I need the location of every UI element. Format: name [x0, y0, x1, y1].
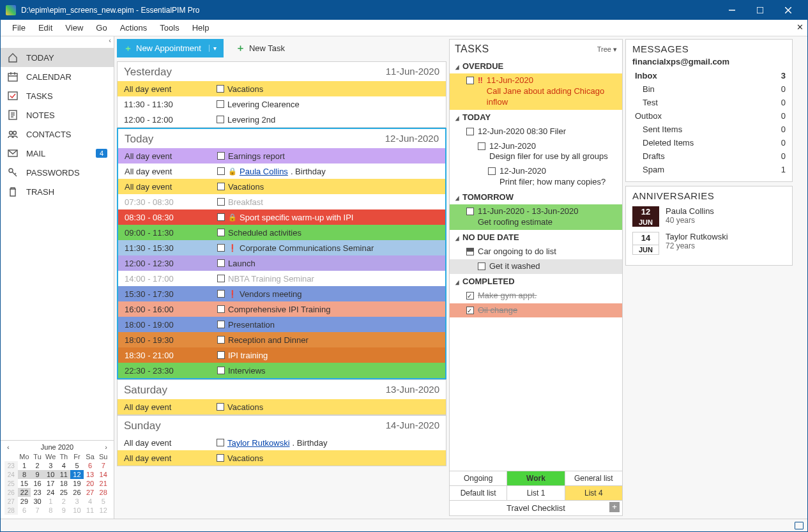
event-row[interactable]: 12:00 - 12:00Levering 2nd — [118, 112, 446, 127]
mini-cal-day[interactable]: 12 — [70, 470, 84, 479]
mini-cal-day[interactable]: 28 — [96, 488, 110, 497]
task-group-header[interactable]: TODAY — [450, 110, 622, 125]
mail-folder[interactable]: Sent Items0 — [632, 123, 786, 136]
event-row[interactable]: 14:00 - 17:00NBTA Training Seminar — [118, 271, 445, 286]
mini-cal-day[interactable]: 23 — [31, 488, 44, 497]
nav-calendar[interactable]: CALENDAR — [1, 67, 114, 86]
mini-cal-day[interactable]: 10 — [44, 470, 57, 479]
mini-cal-day[interactable]: 16 — [31, 479, 44, 488]
event-row[interactable]: 09:00 - 11:30Scheduled activities — [118, 225, 445, 240]
event-row[interactable]: 18:00 - 19:30Reception and Dinner — [118, 332, 445, 347]
task-checkbox[interactable] — [466, 248, 474, 255]
nav-trash[interactable]: TRASH — [1, 182, 114, 201]
event-checkbox[interactable] — [214, 321, 228, 328]
menu-view[interactable]: View — [59, 20, 89, 35]
mini-cal-day[interactable]: 7 — [31, 506, 44, 515]
next-month-button[interactable]: › — [102, 443, 110, 451]
task-checkbox[interactable] — [488, 167, 496, 175]
event-row[interactable]: 16:00 - 16:00Comprehensive IPI Training — [118, 301, 445, 317]
event-checkbox[interactable] — [213, 403, 227, 411]
mail-folder[interactable]: Bin0 — [632, 82, 786, 96]
mini-cal-day[interactable]: 6 — [84, 461, 97, 470]
status-icon[interactable] — [795, 522, 804, 529]
task-group-header[interactable]: TOMORROW — [450, 190, 622, 204]
mini-cal-day[interactable]: 1 — [44, 497, 57, 506]
event-row[interactable]: 12:00 - 12:30Launch — [118, 255, 445, 271]
mail-folder[interactable]: Outbox0 — [632, 109, 786, 123]
event-checkbox[interactable] — [213, 116, 227, 123]
event-checkbox[interactable] — [214, 213, 228, 221]
anniversary-row[interactable]: 12JUNPaula Collins40 years — [632, 206, 786, 227]
mini-cal-day[interactable]: 27 — [84, 488, 97, 497]
mini-cal-day[interactable]: 20 — [84, 479, 97, 488]
event-row[interactable]: 22:30 - 23:30Interviews — [118, 363, 445, 378]
mini-cal-day[interactable]: 11 — [84, 506, 97, 515]
mini-cal-day[interactable]: 4 — [84, 497, 97, 506]
mini-cal-day[interactable]: 18 — [57, 479, 71, 488]
event-checkbox[interactable] — [214, 367, 228, 374]
task-row[interactable]: Car ongoing to do list — [450, 245, 622, 259]
task-row[interactable]: ‼ 11-Jun-2020Call Jane about adding Chic… — [450, 73, 622, 110]
event-row[interactable]: All day event🔒 Paula Collins. Birthday — [118, 163, 445, 179]
task-tab[interactable]: List 1 — [507, 485, 564, 500]
task-tab-travel[interactable]: Travel Checklist + — [450, 500, 622, 515]
menu-go[interactable]: Go — [89, 20, 113, 35]
mini-cal-day[interactable]: 10 — [70, 506, 84, 515]
mini-cal-day[interactable]: 13 — [84, 470, 97, 479]
task-group-header[interactable]: COMPLETED — [450, 274, 622, 289]
nav-passwords[interactable]: PASSWORDS — [1, 163, 114, 182]
prev-month-button[interactable]: ‹ — [4, 443, 12, 451]
menu-file[interactable]: File — [6, 20, 32, 35]
task-checkbox[interactable] — [478, 262, 485, 270]
event-row[interactable]: All day eventVacations — [118, 179, 445, 194]
event-checkbox[interactable] — [214, 198, 228, 206]
mail-folder[interactable]: Test0 — [632, 96, 786, 109]
menu-help[interactable]: Help — [186, 20, 216, 35]
add-list-button[interactable]: + — [609, 502, 620, 512]
task-checkbox[interactable] — [466, 77, 474, 84]
event-checkbox[interactable] — [214, 259, 228, 267]
nav-tasks[interactable]: TASKS — [1, 86, 114, 105]
mail-folder[interactable]: Inbox3 — [632, 69, 786, 82]
event-checkbox[interactable] — [214, 244, 228, 252]
mini-cal-day[interactable]: 5 — [96, 497, 110, 506]
event-checkbox[interactable] — [213, 439, 227, 446]
maximize-button[interactable] — [746, 1, 774, 20]
event-row[interactable]: All day eventTaylor Rutkowski. Birthday — [118, 435, 446, 450]
event-row[interactable]: 15:30 - 17:30❗ Vendors meeting — [118, 286, 445, 301]
task-row[interactable]: Make gym appt. — [450, 289, 622, 303]
event-row[interactable]: 07:30 - 08:30Breakfast — [118, 194, 445, 209]
event-checkbox[interactable] — [214, 152, 228, 160]
anniversary-row[interactable]: 14JUNTaylor Rutkowski72 years — [632, 232, 786, 254]
tab-close-icon[interactable]: ✕ — [797, 22, 804, 32]
event-row[interactable]: All day eventVacations — [118, 450, 446, 466]
nav-notes[interactable]: NOTES — [1, 105, 114, 125]
mini-cal-day[interactable]: 21 — [96, 479, 110, 488]
mini-cal-day[interactable]: 5 — [70, 461, 84, 470]
menu-actions[interactable]: Actions — [114, 20, 154, 35]
messages-account[interactable]: financialxps@gmail.com — [632, 57, 786, 66]
minimize-button[interactable] — [718, 1, 746, 20]
mini-cal-day[interactable]: 3 — [70, 497, 84, 506]
task-checkbox[interactable] — [466, 208, 474, 215]
mini-cal-day[interactable]: 17 — [44, 479, 57, 488]
task-row[interactable]: Oil change — [450, 303, 622, 318]
event-checkbox[interactable] — [214, 275, 228, 282]
task-checkbox[interactable] — [466, 128, 474, 135]
task-group-header[interactable]: NO DUE DATE — [450, 230, 622, 245]
mail-folder[interactable]: Spam1 — [632, 163, 786, 176]
mini-cal-day[interactable]: 25 — [57, 488, 71, 497]
mini-cal-day[interactable]: 26 — [70, 488, 84, 497]
event-row[interactable]: All day eventVacations — [118, 81, 446, 96]
new-task-button[interactable]: ＋ New Task — [229, 39, 292, 57]
mini-cal-day[interactable]: 7 — [96, 461, 110, 470]
event-checkbox[interactable] — [214, 290, 228, 298]
mail-folder[interactable]: Deleted Items0 — [632, 136, 786, 149]
mini-cal-day[interactable]: 30 — [31, 497, 44, 506]
task-checkbox[interactable] — [466, 307, 474, 314]
event-row[interactable]: 11:30 - 15:30❗ Corporate Communications … — [118, 240, 445, 255]
mini-cal-day[interactable]: 3 — [44, 461, 57, 470]
mini-cal-day[interactable]: 14 — [96, 470, 110, 479]
nav-mail[interactable]: MAIL4 — [1, 144, 114, 163]
menu-edit[interactable]: Edit — [32, 20, 59, 35]
